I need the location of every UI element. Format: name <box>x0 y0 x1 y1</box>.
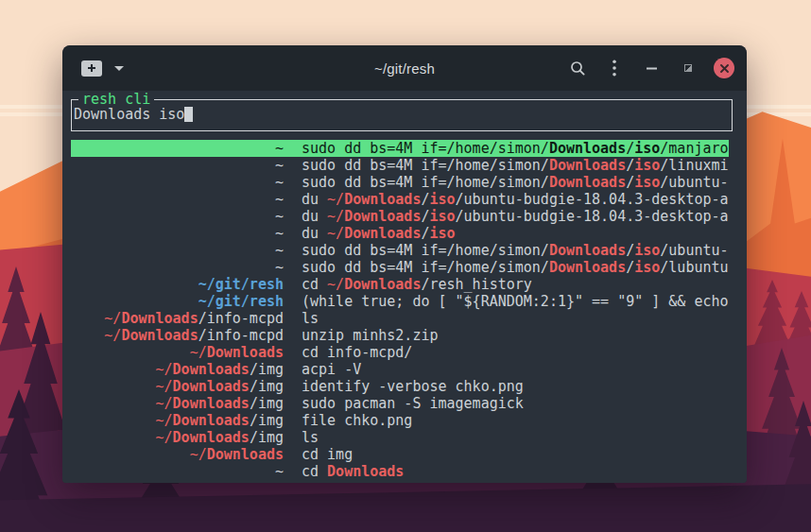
history-row[interactable]: ~/Downloadscd img <box>71 446 729 463</box>
search-button[interactable] <box>566 57 589 79</box>
resh-panel-title: resh cli <box>78 91 154 108</box>
row-command: sudo dd bs=4M if=/home/simon/Downloads/i… <box>302 140 729 157</box>
row-command: cd ~/Downloads/resh_history <box>302 276 729 293</box>
row-directory: ~ <box>71 259 284 276</box>
row-command: du ~/Downloads/iso/ubuntu-budgie-18.04.3… <box>302 191 729 208</box>
history-row[interactable]: ~/Downloads/info-mcpdls <box>71 310 729 327</box>
row-command: cd info-mcpd/ <box>302 344 729 361</box>
history-row[interactable]: ~/Downloads/imgsudo pacman -S imagemagic… <box>71 395 729 412</box>
row-directory: ~ <box>71 157 284 174</box>
row-command: du ~/Downloads/iso/ubuntu-budgie-18.04.3… <box>302 208 729 225</box>
row-directory: ~/Downloads/img <box>71 361 284 378</box>
resh-panel: resh cli Downloads iso <box>71 99 733 131</box>
history-row[interactable]: ~/git/reshcd ~/Downloads/resh_history <box>71 276 729 293</box>
history-row[interactable]: ~sudo dd bs=4M if=/home/simon/Downloads/… <box>71 157 729 174</box>
row-command: sudo dd bs=4M if=/home/simon/Downloads/i… <box>302 157 729 174</box>
history-list: ~sudo dd bs=4M if=/home/simon/Downloads/… <box>71 140 729 480</box>
row-directory: ~ <box>71 242 284 259</box>
row-command: sudo dd bs=4M if=/home/simon/Downloads/i… <box>302 174 729 191</box>
row-command: sudo dd bs=4M if=/home/simon/Downloads/i… <box>302 259 729 276</box>
history-row[interactable]: ~cd Downloads <box>71 463 729 480</box>
history-row[interactable]: ~du ~/Downloads/iso/ubuntu-budgie-18.04.… <box>71 208 729 225</box>
row-command: cd Downloads <box>302 463 729 480</box>
minimize-icon <box>647 67 657 70</box>
terminal-window: ~/git/resh <box>62 45 747 483</box>
history-row[interactable]: ~du ~/Downloads/iso/ubuntu-budgie-18.04.… <box>71 191 729 208</box>
row-command: sudo dd bs=4M if=/home/simon/Downloads/i… <box>302 242 729 259</box>
row-directory: ~/Downloads/img <box>71 395 284 412</box>
history-row[interactable]: ~/Downloads/imgfile chko.png <box>71 412 729 429</box>
terminal-content: resh cli Downloads iso ~sudo dd bs=4M if… <box>62 91 747 483</box>
row-directory: ~/Downloads/img <box>71 412 284 429</box>
row-command: identify -verbose chko.png <box>302 378 729 395</box>
row-directory: ~ <box>71 140 284 157</box>
menu-button[interactable] <box>603 57 626 79</box>
minimize-button[interactable] <box>640 57 663 79</box>
row-directory: ~/git/resh <box>71 293 284 310</box>
maximize-icon <box>684 64 692 72</box>
history-row[interactable]: ~sudo dd bs=4M if=/home/simon/Downloads/… <box>71 259 729 276</box>
row-directory: ~/Downloads <box>71 344 284 361</box>
row-command: du ~/Downloads/iso <box>302 225 729 242</box>
chevron-down-icon[interactable] <box>114 66 124 71</box>
row-command: acpi -V <box>302 361 729 378</box>
row-command: ls <box>302 429 729 446</box>
history-row[interactable]: ~/Downloads/imgacpi -V <box>71 361 729 378</box>
search-icon <box>570 60 586 77</box>
history-row[interactable]: ~sudo dd bs=4M if=/home/simon/Downloads/… <box>71 174 729 191</box>
row-directory: ~/git/resh <box>71 276 284 293</box>
row-command: sudo pacman -S imagemagick <box>302 395 729 412</box>
text-cursor <box>184 107 193 122</box>
new-tab-button[interactable] <box>81 60 102 77</box>
history-row[interactable]: ~/Downloads/imgls <box>71 429 729 446</box>
row-command: cd img <box>302 446 729 463</box>
history-row[interactable]: ~/git/resh(while true; do [ "${RANDOM:2:… <box>71 293 729 310</box>
history-row[interactable]: ~sudo dd bs=4M if=/home/simon/Downloads/… <box>71 242 729 259</box>
row-directory: ~ <box>71 463 284 480</box>
row-directory: ~/Downloads <box>71 446 284 463</box>
titlebar[interactable]: ~/git/resh <box>62 45 747 91</box>
history-row[interactable]: ~/Downloads/imgidentify -verbose chko.pn… <box>71 378 729 395</box>
history-row[interactable]: ~/Downloads/info-mcpdunzip minhs2.zip <box>71 327 729 344</box>
history-row[interactable]: ~du ~/Downloads/iso <box>71 225 729 242</box>
row-directory: ~/Downloads/info-mcpd <box>71 327 284 344</box>
kebab-menu-icon <box>613 60 616 77</box>
history-row[interactable]: ~sudo dd bs=4M if=/home/simon/Downloads/… <box>71 140 729 157</box>
close-icon <box>720 64 729 73</box>
search-query-text: Downloads iso <box>74 106 184 123</box>
history-search-input[interactable]: Downloads iso <box>72 100 732 129</box>
history-row[interactable]: ~/Downloadscd info-mcpd/ <box>71 344 729 361</box>
row-directory: ~ <box>71 208 284 225</box>
row-directory: ~ <box>71 225 284 242</box>
row-command: ls <box>302 310 729 327</box>
close-button[interactable] <box>714 58 734 78</box>
row-command: (while true; do [ "${RANDOM:2:1}" == "9"… <box>302 293 729 310</box>
row-directory: ~ <box>71 174 284 191</box>
maximize-button[interactable] <box>677 57 699 79</box>
row-directory: ~/Downloads/info-mcpd <box>71 310 284 327</box>
row-directory: ~ <box>71 191 284 208</box>
row-command: unzip minhs2.zip <box>302 327 729 344</box>
row-directory: ~/Downloads/img <box>71 378 284 395</box>
row-command: file chko.png <box>302 412 729 429</box>
row-directory: ~/Downloads/img <box>71 429 284 446</box>
